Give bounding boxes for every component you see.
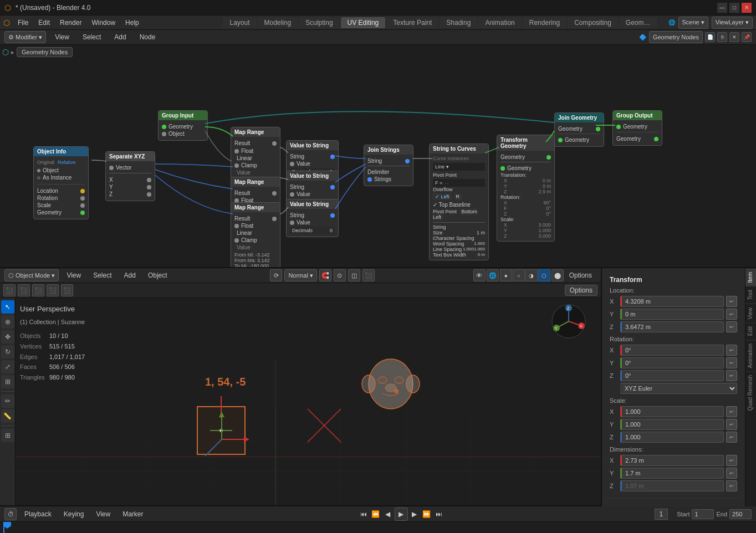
viewport-snap-icon[interactable]: 🧲 — [319, 269, 331, 281]
viewport-icon-2[interactable]: ⬛ — [18, 284, 30, 296]
node-transform-geometry[interactable]: Transform Geometry Geometry Geometry Tra… — [497, 135, 555, 242]
start-frame-input[interactable] — [692, 509, 714, 519]
dim-z-reset[interactable]: ↩ — [726, 480, 737, 491]
node-map-range-3[interactable]: Map Range Result Float Linear Clamp Valu… — [231, 202, 280, 268]
menu-edit[interactable]: Edit — [34, 18, 54, 28]
maximize-button[interactable]: □ — [729, 3, 739, 13]
object-mode-selector[interactable]: ⬡ Object Mode ▾ — [4, 269, 59, 281]
node-delete-btn[interactable]: ✕ — [729, 32, 739, 42]
add-tool[interactable]: ⊞ — [1, 429, 14, 442]
ws-tab-geom[interactable]: Geom… — [619, 17, 657, 28]
node-map-range-1[interactable]: Map Range Result Float Linear Clamp Valu… — [231, 127, 280, 180]
viewport-icon-3[interactable]: ⬛ — [32, 284, 44, 296]
marker-menu[interactable]: Marker — [118, 509, 147, 519]
cube-object[interactable] — [197, 406, 246, 455]
wireframe-shading-btn[interactable]: ⬡ — [538, 269, 550, 281]
node-string-to-curves[interactable]: String to Curves Curve Instances Line ▾ … — [429, 144, 489, 260]
viewport-icon-1[interactable]: ⬛ — [3, 284, 16, 296]
ws-tab-uv[interactable]: UV Editing — [341, 17, 386, 28]
node-add-menu[interactable]: Add — [110, 32, 130, 42]
play-button[interactable]: ▶ — [395, 508, 408, 521]
prop-tab-item[interactable]: Item — [745, 268, 756, 286]
menu-file[interactable]: File — [13, 18, 33, 28]
dim-y-reset[interactable]: ↩ — [726, 468, 737, 479]
play-prev-keyframe[interactable]: ⏪ — [370, 509, 381, 520]
viewport-icon-5[interactable]: ⬛ — [61, 284, 73, 296]
prop-tab-animation[interactable]: Animation — [745, 340, 756, 371]
annotate-tool[interactable]: ✏ — [1, 394, 14, 408]
scale-z-input[interactable] — [620, 432, 724, 443]
node-join-geometry[interactable]: Join Geometry Geometry Geometry — [554, 112, 604, 147]
rendered-shading-btn[interactable]: ○ — [513, 269, 525, 281]
rotate-tool[interactable]: ↻ — [1, 345, 14, 358]
location-x-input[interactable] — [620, 296, 724, 307]
location-y-input[interactable] — [620, 309, 724, 320]
cursor-tool[interactable]: ⊕ — [1, 315, 14, 329]
scale-y-input[interactable] — [620, 419, 724, 430]
measure-tool[interactable]: 📏 — [1, 409, 14, 423]
menu-help[interactable]: Help — [121, 18, 144, 28]
viewport-object-menu[interactable]: Object — [144, 270, 172, 280]
scale-y-reset[interactable]: ↩ — [726, 419, 737, 430]
scale-z-reset[interactable]: ↩ — [726, 432, 737, 443]
play-last-frame[interactable]: ⏭ — [433, 509, 445, 520]
scene-selector[interactable]: Scene ▾ — [678, 17, 708, 29]
viewport-icon-4[interactable]: ⬛ — [47, 284, 59, 296]
node-node-menu[interactable]: Node — [135, 32, 160, 42]
ws-tab-modeling[interactable]: Modeling — [258, 17, 298, 28]
prop-tab-quad-remesh[interactable]: Quad Remesh — [745, 371, 756, 414]
node-new-btn[interactable]: 📄 — [705, 32, 715, 42]
editor-type-selector[interactable]: ⚙ Modifier ▾ — [4, 31, 46, 43]
dim-z-input[interactable] — [620, 480, 724, 491]
end-frame-input[interactable] — [729, 509, 752, 519]
menu-window[interactable]: Window — [87, 18, 120, 28]
play-next-frame[interactable]: ▶ — [409, 509, 420, 520]
titlebar-controls[interactable]: — □ ✕ — [717, 3, 752, 13]
timeline-view-menu[interactable]: View — [91, 509, 115, 519]
node-view-menu[interactable]: View — [50, 32, 74, 42]
shading-mode-selector[interactable]: Normal ▾ — [284, 269, 316, 281]
viewport-select-menu[interactable]: Select — [89, 270, 116, 280]
suzanne-object[interactable] — [355, 353, 427, 422]
minimize-button[interactable]: — — [717, 3, 727, 13]
viewlayer-selector[interactable]: ViewLayer ▾ — [712, 17, 753, 29]
viewport-proportional-icon[interactable]: ⊙ — [334, 269, 346, 281]
location-y-reset[interactable]: ↩ — [726, 309, 737, 320]
rotation-y-reset[interactable]: ↩ — [726, 357, 737, 368]
ws-tab-texture[interactable]: Texture Paint — [386, 17, 438, 28]
timeline-editor-icon[interactable]: ⏱ — [4, 508, 17, 520]
ws-tab-compositing[interactable]: Compositing — [568, 17, 618, 28]
node-group-input[interactable]: Group Input Geometry Object — [158, 110, 208, 141]
keying-menu[interactable]: Keying — [59, 509, 89, 519]
solid-shading-btn[interactable]: ● — [500, 269, 512, 281]
prop-tab-edit[interactable]: Edit — [745, 322, 756, 339]
scale-x-input[interactable] — [620, 406, 724, 417]
viewport-xray-icon[interactable]: ◫ — [348, 269, 360, 281]
viewport-overlay-btn[interactable]: ⬤ — [551, 269, 564, 281]
material-shading-btn[interactable]: ◑ — [525, 269, 538, 281]
node-select-menu[interactable]: Select — [78, 32, 105, 42]
rotation-x-input[interactable] — [620, 345, 724, 356]
rotation-x-reset[interactable]: ↩ — [726, 345, 737, 356]
dim-y-input[interactable] — [620, 468, 724, 479]
viewport-add-menu[interactable]: Add — [120, 270, 140, 280]
move-tool[interactable]: ✥ — [1, 330, 14, 344]
close-button[interactable]: ✕ — [742, 3, 752, 13]
dim-x-reset[interactable]: ↩ — [726, 455, 737, 466]
location-z-reset[interactable]: ↩ — [726, 321, 737, 332]
rotation-z-reset[interactable]: ↩ — [726, 370, 737, 381]
node-separate-xyz[interactable]: Separate XYZ Vector X Y Z — [105, 151, 155, 201]
node-tree-selector[interactable]: Geometry Nodes — [649, 31, 703, 43]
options-btn[interactable]: Options — [565, 285, 597, 296]
node-value-to-string-3[interactable]: Value to String String Value Decimals 0 — [286, 199, 339, 237]
ws-tab-sculpting[interactable]: Sculpting — [299, 17, 339, 28]
viewport-render-icon[interactable]: 🌐 — [487, 269, 499, 281]
play-prev-frame[interactable]: ◀ — [382, 509, 394, 520]
ws-tab-layout[interactable]: Layout — [223, 17, 256, 28]
location-x-reset[interactable]: ↩ — [726, 296, 737, 307]
ws-tab-animation[interactable]: Animation — [478, 17, 521, 28]
viewport-show-gizmo-icon[interactable]: ⬛ — [362, 269, 375, 281]
rotation-z-input[interactable] — [620, 370, 724, 381]
location-z-input[interactable] — [620, 321, 724, 332]
play-first-frame[interactable]: ⏮ — [358, 509, 369, 520]
